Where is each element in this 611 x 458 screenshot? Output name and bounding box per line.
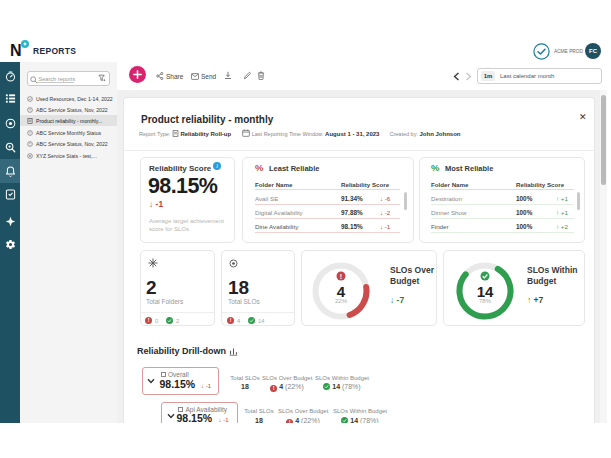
svg-text:!: ! bbox=[340, 273, 342, 280]
